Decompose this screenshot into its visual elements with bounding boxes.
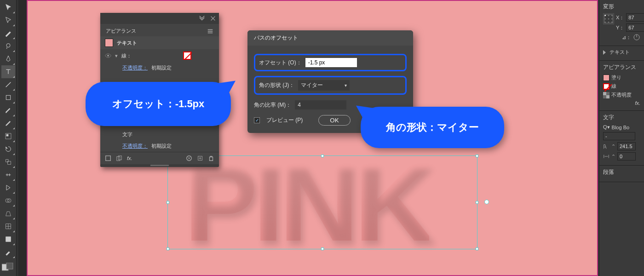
visibility-toggle-icon[interactable] (105, 52, 111, 59)
selection-rotate-handle[interactable] (484, 200, 489, 204)
selection-handle[interactable] (321, 247, 324, 250)
opacity-value-2: 初期設定 (151, 143, 172, 150)
opacity-checker-icon[interactable] (603, 92, 610, 98)
tool-magic-wand[interactable] (1, 27, 15, 40)
add-effect-button[interactable]: fx. (127, 155, 132, 161)
miter-limit-input[interactable] (295, 100, 346, 109)
tool-selection[interactable] (1, 1, 15, 14)
y-input[interactable] (626, 23, 644, 32)
miter-limit-label: 角の比率 (M)： (254, 101, 291, 109)
character-title: 文字 (603, 114, 614, 121)
paragraph-panel: 段落 (599, 166, 644, 182)
chevron-right-icon (603, 50, 606, 55)
svg-rect-4 (7, 161, 11, 165)
delete-icon[interactable] (208, 155, 214, 161)
tool-pen[interactable] (1, 52, 15, 65)
appearance-mini-title: アピアランス (603, 63, 636, 71)
close-icon[interactable] (210, 15, 216, 22)
selection-handle[interactable] (167, 201, 169, 204)
stroke-none-swatch[interactable] (183, 52, 191, 60)
svg-point-21 (604, 18, 606, 20)
svg-point-0 (6, 44, 10, 47)
panel-menu-icon[interactable] (207, 28, 213, 34)
tool-width[interactable] (1, 168, 15, 181)
annotation-text: 角の形状：マイター (386, 121, 479, 134)
selection-handle[interactable] (167, 247, 169, 250)
reference-point-selector[interactable] (603, 13, 614, 24)
svg-rect-10 (6, 263, 13, 269)
corner-type-label: 角の形状 (J)： (259, 81, 294, 89)
preview-label: プレビュー (P) (266, 116, 303, 124)
x-input[interactable] (626, 13, 644, 22)
tool-paintbrush[interactable] (1, 104, 15, 117)
tool-perspective[interactable] (1, 207, 15, 220)
duplicate-selected-icon[interactable] (116, 155, 122, 161)
stroke-swatch[interactable] (603, 83, 610, 90)
tool-gradient[interactable] (1, 233, 15, 246)
ok-button[interactable]: OK (318, 115, 350, 126)
tool-mesh[interactable] (1, 220, 15, 233)
chevron-down-icon: ▾ (345, 83, 347, 88)
offset-input[interactable] (305, 58, 357, 67)
selection-handle[interactable] (476, 201, 478, 204)
opacity-link-2[interactable]: 不透明度： (122, 143, 148, 150)
stroke-label: 線： (121, 52, 132, 59)
tool-line[interactable] (1, 78, 15, 91)
svg-point-25 (608, 22, 610, 23)
tool-lasso[interactable] (1, 40, 15, 52)
opacity-label-mini: 不透明度 (611, 92, 632, 98)
tool-pencil[interactable] (1, 117, 15, 130)
new-stroke-icon[interactable] (186, 155, 192, 161)
svg-point-24 (604, 22, 606, 23)
svg-point-26 (611, 22, 613, 23)
tracking-icon (603, 153, 610, 160)
preview-checkbox[interactable]: ✓ (254, 117, 260, 123)
tool-direct-selection[interactable] (1, 14, 15, 27)
x-label: X： (616, 14, 624, 21)
font-family-value[interactable]: Blog Bo (612, 125, 630, 130)
offset-highlight-box: オフセット (O)： (254, 54, 407, 71)
svg-rect-12 (106, 156, 111, 161)
selection-handle[interactable] (476, 247, 478, 250)
angle-icon[interactable] (633, 34, 640, 41)
angle-label: ⊿： (622, 34, 631, 41)
svg-rect-8 (6, 237, 11, 242)
object-fill-swatch[interactable] (105, 39, 113, 47)
tool-scale[interactable] (1, 155, 15, 168)
color-mode-toggle[interactable] (2, 263, 15, 273)
annotation-bubble-corner: 角の形状：マイター (361, 107, 504, 148)
tool-shape-builder[interactable] (1, 194, 15, 207)
selection-handle[interactable] (321, 155, 324, 157)
tool-rotate[interactable] (1, 143, 15, 155)
tool-rectangle[interactable] (1, 91, 15, 104)
tracking-input[interactable] (617, 152, 636, 161)
svg-point-19 (608, 15, 610, 16)
new-fill-icon[interactable] (197, 155, 203, 161)
tool-eyedropper[interactable] (1, 246, 15, 259)
collapse-icon[interactable] (199, 15, 205, 22)
corner-type-value: マイター (301, 81, 323, 89)
transform-title: 変形 (603, 3, 614, 11)
appearance-mini-panel: アピアランス 塗り 線 不透明度 fx. (599, 61, 644, 111)
fx-button-mini[interactable]: fx. (635, 100, 640, 106)
svg-rect-3 (6, 160, 8, 162)
text-panel-link[interactable]: テキスト (599, 46, 644, 61)
selection-bounding-box[interactable] (167, 155, 477, 249)
dialog-title[interactable]: パスのオフセット (247, 30, 413, 46)
font-size-input[interactable] (617, 142, 636, 150)
svg-point-11 (107, 55, 109, 57)
opacity-link[interactable]: 不透明度： (122, 64, 148, 71)
tool-type[interactable] (1, 65, 15, 78)
selection-handle[interactable] (476, 155, 478, 157)
corner-type-select[interactable]: マイター ▾ (298, 80, 350, 91)
appearance-tab-label[interactable]: アピアランス (106, 28, 136, 34)
clear-appearance-icon[interactable] (105, 155, 111, 161)
expand-toggle-icon[interactable]: ▾ (115, 53, 118, 59)
font-search-icon[interactable]: Q▾ (603, 124, 610, 130)
font-size-icon (603, 143, 610, 150)
tool-eraser[interactable] (1, 130, 15, 143)
panel-titlebar[interactable] (100, 13, 219, 24)
font-variant-select[interactable] (603, 132, 635, 140)
tool-free-transform[interactable] (1, 181, 15, 194)
fill-swatch[interactable] (603, 75, 610, 81)
